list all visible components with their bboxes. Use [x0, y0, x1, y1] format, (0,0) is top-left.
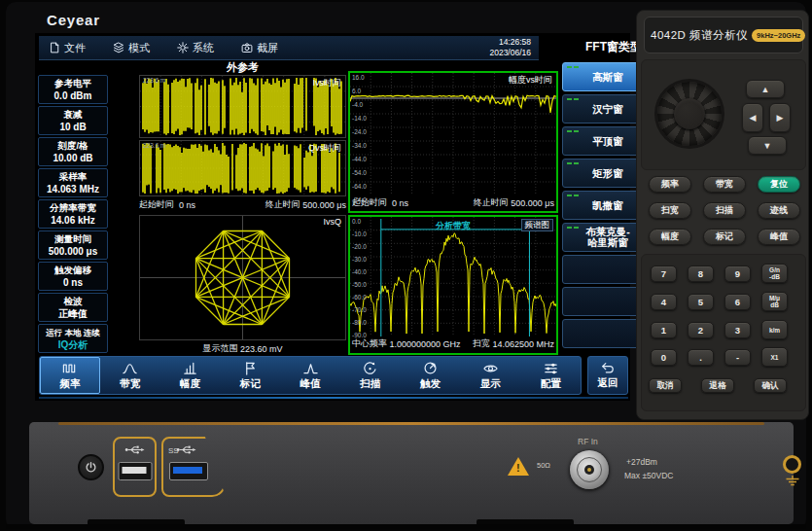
usb-icon [115, 442, 155, 459]
param-box-2[interactable]: 刻度/格 10.00 dB [38, 137, 108, 166]
param-label: 刻度/格 [39, 140, 107, 152]
menu-item-模式[interactable]: 模式 [113, 41, 150, 55]
arrow-down-button[interactable]: ▼ [748, 136, 787, 155]
hwkey-扫描[interactable]: 扫描 [703, 202, 746, 219]
start-time-value: 0 ns [179, 200, 195, 210]
param-label: 触发偏移 [39, 265, 107, 276]
back-button[interactable]: 返回 [587, 356, 628, 395]
param-box-5[interactable]: 测量时间 500.000 μs [38, 230, 108, 260]
param-value: 正峰值 [39, 307, 107, 320]
hwkey-峰值[interactable]: 峰值 [758, 229, 800, 245]
toolbar-带宽[interactable]: 带宽 [100, 357, 160, 394]
numkey-G/n--dB[interactable]: G/n -dB [761, 264, 788, 283]
max-dc-label: Max ±50VDC [624, 471, 674, 480]
spectrum-tick: -50.0 [352, 281, 367, 288]
menu-item-文件[interactable]: 文件 [49, 41, 86, 55]
rf-connector-bore [584, 465, 594, 475]
numkey-9[interactable]: 9 [724, 266, 751, 282]
i-scale-label: 223.6 m [143, 77, 166, 84]
usb3-ss-icon: SS [163, 442, 224, 459]
hardware-panel: 4042D 频谱分析仪 9kHz~20GHz ▲ ◀ ▶ ▼ 频率带宽复位扫宽扫… [636, 10, 809, 420]
knob-zone: ▲ ◀ ▶ ▼ [641, 59, 806, 170]
numkey-4[interactable]: 4 [651, 294, 677, 310]
param-box-0[interactable]: 参考电平 0.0 dBm [38, 75, 108, 104]
hwkey-幅度[interactable]: 幅度 [649, 229, 691, 245]
numkey-5[interactable]: 5 [688, 294, 714, 310]
spectrum-tick: -40.0 [352, 268, 367, 275]
hwkey-带宽[interactable]: 带宽 [703, 176, 746, 193]
toolbar-显示[interactable]: 显示 [460, 357, 520, 394]
numkey-6[interactable]: 6 [724, 294, 751, 310]
hwkey-标记[interactable]: 标记 [703, 229, 746, 245]
spectrum-trace [350, 217, 556, 336]
param-value: 10 dB [39, 121, 107, 133]
toolbar-标记[interactable]: 标记 [220, 357, 280, 394]
toolbar-触发[interactable]: 触发 [401, 357, 461, 394]
sweep-icon [363, 361, 377, 375]
numkey-3[interactable]: 3 [724, 322, 751, 338]
toolbar-峰值[interactable]: 峰值 [280, 357, 340, 394]
power-icon [85, 461, 97, 474]
numkey-确认[interactable]: 确认 [754, 378, 787, 393]
numkey-M/μ-dB[interactable]: M/μ dB [761, 292, 788, 311]
param-box-8[interactable]: 运行 本地 连续 IQ分析 [38, 324, 108, 353]
amp-vs-time-title: 幅度vs时间 [509, 74, 552, 87]
toolbar-配置[interactable]: 配置 [520, 357, 581, 394]
numkey-退格[interactable]: 退格 [701, 378, 734, 393]
model-name: 4042D 频谱分析仪 [651, 28, 748, 43]
param-box-4[interactable]: 分辨率带宽 14.06 kHz [38, 199, 108, 229]
numkey-7[interactable]: 7 [651, 266, 677, 282]
model-plate: 4042D 频谱分析仪 9kHz~20GHz [644, 17, 803, 53]
usb-icon [124, 444, 146, 455]
fft-softkey-label: 高斯窗 [592, 72, 623, 83]
center-freq-value: 1.000000000 GHz [390, 339, 461, 349]
start-time-value: 0 ns [392, 198, 408, 208]
numkey-X1[interactable]: X1 [761, 347, 788, 367]
i-vs-q-title: IvsQ [323, 217, 341, 227]
numkey-取消[interactable]: 取消 [649, 378, 682, 393]
hwkey-扫宽[interactable]: 扫宽 [649, 202, 691, 219]
param-label: 测量时间 [39, 233, 107, 245]
numkey-0[interactable]: 0 [651, 349, 677, 366]
toolbar-频率[interactable]: 频率 [40, 357, 100, 394]
power-button[interactable] [78, 454, 104, 480]
frequency-icon [62, 361, 77, 375]
toolbar-扫描[interactable]: 扫描 [340, 357, 401, 394]
spectrum-chart: 0.0-10.0-20.0-30.0-40.0-50.0-60.0-70.0-8… [348, 215, 558, 355]
arrow-right-button[interactable]: ▶ [769, 103, 791, 132]
amp-tick: 16.0 [352, 74, 365, 81]
param-box-3[interactable]: 采样率 14.063 MHz [38, 168, 108, 197]
hwkey-频率[interactable]: 频率 [649, 176, 691, 193]
param-box-7[interactable]: 检波 正峰值 [38, 293, 108, 322]
numkey--[interactable]: - [724, 349, 751, 366]
numkey-k/m[interactable]: k/m [761, 320, 788, 339]
usb3-port: SS [161, 437, 226, 497]
stop-time-label: 终止时间 [474, 196, 509, 209]
q-vs-time-chart: Qvs时间 223.6 m [139, 140, 346, 196]
hwkey-复位[interactable]: 复位 [758, 176, 800, 193]
hwkey-迹线[interactable]: 迹线 [758, 202, 800, 219]
instrument-bezel: Ceyear 文件模式系统截屏 14:26:58 2023/06/16 FFT窗… [6, 2, 806, 529]
menu-item-系统[interactable]: 系统 [177, 41, 214, 55]
rotary-knob[interactable] [657, 82, 722, 146]
menu-item-label: 文件 [64, 41, 86, 55]
numkey-2[interactable]: 2 [688, 322, 714, 338]
ground-terminal [783, 455, 801, 474]
toolbar-幅度[interactable]: 幅度 [160, 357, 221, 394]
config-icon [544, 361, 558, 375]
bottom-strip [6, 524, 806, 529]
param-box-6[interactable]: 触发偏移 0 ns [38, 262, 108, 291]
toolbar-label: 频率 [59, 377, 80, 391]
instrument: Ceyear 文件模式系统截屏 14:26:58 2023/06/16 FFT窗… [0, 0, 812, 531]
numkey-8[interactable]: 8 [688, 266, 714, 282]
numkey-1[interactable]: 1 [651, 322, 677, 338]
numkey-.[interactable]: . [688, 349, 714, 366]
parameter-sidebar: 参考电平 0.0 dBm 衰减 10 dB 刻度/格 10.00 dB 采样率 … [38, 75, 108, 355]
menu-item-截屏[interactable]: 截屏 [241, 41, 278, 55]
param-box-1[interactable]: 衰减 10 dB [38, 106, 108, 135]
toolbar-label: 峰值 [300, 377, 321, 391]
file-icon [49, 42, 60, 53]
arrow-left-button[interactable]: ◀ [742, 103, 763, 132]
amplitude-icon [183, 361, 197, 375]
arrow-up-button[interactable]: ▲ [746, 80, 785, 98]
